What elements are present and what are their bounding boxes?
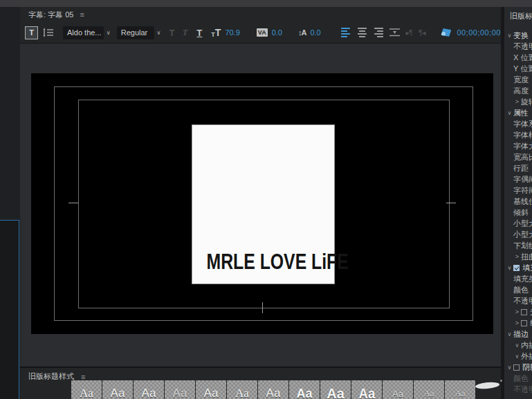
type-tool-button[interactable]: T: [25, 26, 38, 39]
font-style-select[interactable]: Regular: [117, 26, 154, 39]
property-row[interactable]: 颜色: [504, 284, 532, 295]
panel-menu-icon[interactable]: ≡: [80, 10, 84, 19]
property-row[interactable]: 基线位移: [504, 196, 532, 207]
property-row[interactable]: ∨描边: [504, 328, 532, 340]
title-style-swatch[interactable]: Aa: [351, 380, 382, 399]
property-label: 字符间距: [513, 185, 532, 196]
title-style-swatch[interactable]: Aa: [196, 380, 226, 399]
style-swatch-label: Aa: [358, 385, 375, 399]
title-style-swatch[interactable]: Aa: [414, 380, 444, 399]
title-style-swatch[interactable]: Aa: [445, 380, 475, 399]
font-family-select[interactable]: Aldo the...: [63, 26, 104, 39]
titler-panel: 字幕: 字幕 05 ≡ T Aldo the... ∨ R: [20, 7, 501, 366]
leading-control[interactable]: ↕A 0.0: [298, 28, 321, 37]
property-row[interactable]: ∨填充: [504, 262, 532, 273]
property-label: 不透明度: [513, 384, 532, 395]
align-center-button[interactable]: [356, 28, 368, 37]
property-row[interactable]: ∨阴影: [504, 362, 532, 373]
property-row[interactable]: ∨内描边: [504, 340, 532, 351]
style-swatch-label: Aa: [142, 387, 156, 399]
background-video-timecode[interactable]: 00;00;00;00: [457, 28, 501, 37]
chevron-right-icon[interactable]: >: [513, 98, 521, 105]
title-style-swatch[interactable]: Aa: [258, 380, 288, 399]
graphic-box[interactable]: MRLE LOVE LiFE: [192, 124, 335, 284]
property-row[interactable]: >旋转: [504, 96, 532, 107]
align-left-button[interactable]: [341, 28, 353, 37]
title-canvas[interactable]: MRLE LOVE LiFE: [31, 73, 493, 334]
title-style-swatch[interactable]: Aa: [289, 380, 320, 399]
property-row[interactable]: >光泽: [504, 306, 532, 317]
titler-tab-label[interactable]: 字幕: 字幕 05: [28, 10, 73, 20]
font-size-control[interactable]: TT 70.9: [211, 27, 239, 38]
property-checkbox[interactable]: [513, 364, 520, 371]
property-row[interactable]: ∨外描边: [504, 351, 532, 362]
chevron-down-icon[interactable]: ∨: [513, 342, 521, 349]
kerning-value[interactable]: 0.0: [272, 28, 282, 37]
chevron-down-icon[interactable]: ∨: [157, 30, 161, 36]
show-background-video-button[interactable]: [441, 28, 451, 37]
property-row[interactable]: 高度: [504, 85, 532, 96]
underline-button[interactable]: T: [196, 28, 202, 38]
title-style-swatch[interactable]: Aa: [227, 380, 257, 399]
font-size-value[interactable]: 70.9: [225, 28, 239, 37]
property-row[interactable]: 不透明度: [504, 41, 532, 52]
property-row[interactable]: 不透明度: [504, 384, 532, 395]
bold-button[interactable]: T: [169, 28, 174, 38]
align-right-button[interactable]: [372, 28, 383, 37]
property-label: 字体样式: [513, 130, 532, 140]
property-row[interactable]: 填充类型: [504, 273, 532, 284]
chevron-down-icon[interactable]: ∨: [506, 331, 513, 337]
title-style-swatch[interactable]: Aa: [134, 380, 164, 399]
kerning-control[interactable]: VA 0.0: [257, 28, 282, 37]
property-row[interactable]: 下划线: [504, 240, 532, 251]
chevron-down-icon[interactable]: ∨: [506, 33, 513, 39]
property-row[interactable]: 小型大写字母大小: [504, 229, 532, 240]
property-row[interactable]: 宽高比: [504, 151, 532, 163]
tab-stops-button[interactable]: [389, 28, 400, 37]
property-row[interactable]: Y 位置: [504, 63, 532, 74]
chevron-down-icon[interactable]: ∨: [506, 110, 513, 116]
title-text[interactable]: MRLE LOVE LiFE: [207, 250, 320, 275]
property-checkbox[interactable]: [513, 265, 520, 271]
center-tick-left: [68, 203, 78, 203]
property-row[interactable]: 行距: [504, 163, 532, 174]
chevron-right-icon[interactable]: >: [513, 308, 521, 315]
leading-value[interactable]: 0.0: [310, 28, 320, 37]
italic-button[interactable]: T: [182, 27, 187, 38]
panel-menu-icon[interactable]: ≡: [81, 373, 85, 381]
chevron-down-icon[interactable]: ∨: [513, 353, 521, 360]
property-row[interactable]: X 位置: [504, 52, 532, 63]
style-swatch-label: Aa: [296, 387, 312, 399]
property-row[interactable]: >纹理: [504, 317, 532, 328]
property-checkbox[interactable]: [521, 320, 527, 326]
property-row[interactable]: >扭曲: [504, 251, 532, 262]
property-label: 高度: [513, 86, 529, 96]
property-row[interactable]: 字偶间距: [504, 174, 532, 185]
property-label: 颜色: [513, 373, 529, 384]
property-label: 基线位移: [513, 196, 532, 207]
chevron-down-icon[interactable]: ∨: [506, 265, 513, 271]
property-row[interactable]: 字符间距: [504, 185, 532, 196]
title-style-swatch[interactable]: Aa: [102, 380, 133, 399]
legacy-title-editor-window: 字幕: 字幕 05 ≡ T Aldo the... ∨ R: [0, 0, 532, 399]
property-row[interactable]: 颜色: [504, 373, 532, 384]
title-style-swatch[interactable]: Aa: [165, 380, 195, 399]
property-row[interactable]: 字体样式: [504, 129, 532, 140]
property-row[interactable]: 字体系列: [504, 118, 532, 129]
chevron-right-icon[interactable]: >: [513, 319, 521, 326]
chevron-down-icon[interactable]: ∨: [506, 364, 513, 371]
chevron-right-icon[interactable]: >: [513, 253, 521, 260]
property-row[interactable]: 倾斜: [504, 207, 532, 218]
title-style-swatch[interactable]: Aa: [383, 380, 413, 399]
title-style-swatch[interactable]: Aa: [320, 380, 351, 399]
property-row[interactable]: 宽度: [504, 74, 532, 85]
chevron-down-icon[interactable]: ∨: [107, 30, 111, 36]
property-row[interactable]: 字体大小: [504, 140, 532, 151]
property-checkbox[interactable]: [521, 309, 527, 315]
property-row[interactable]: ∨属性: [504, 107, 532, 118]
title-style-swatch[interactable]: Aa: [71, 380, 102, 399]
property-row[interactable]: 小型大写字母: [504, 218, 532, 229]
property-row[interactable]: 不透明度: [504, 295, 532, 306]
roll-crawl-options-icon[interactable]: [43, 28, 54, 37]
property-row[interactable]: ∨变换: [504, 30, 532, 41]
